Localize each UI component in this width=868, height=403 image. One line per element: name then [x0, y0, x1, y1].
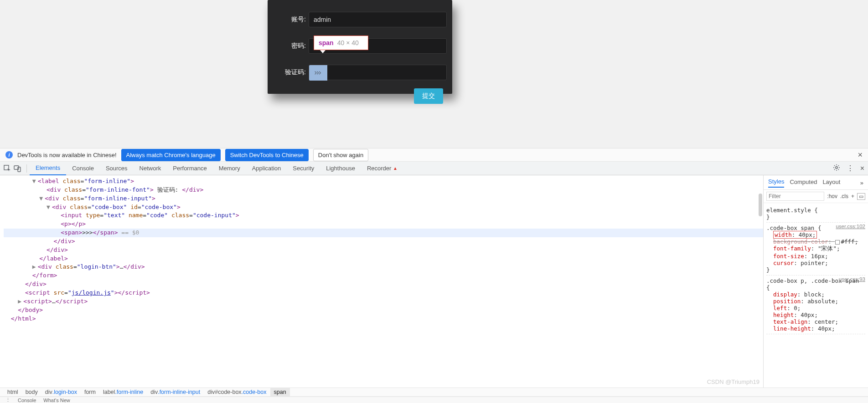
inspect-element-icon[interactable] — [4, 165, 11, 172]
username-input[interactable] — [309, 12, 447, 27]
style-rules[interactable]: element.style { } user.css:102 .code-box… — [764, 203, 868, 336]
styles-tabs-more-icon[interactable]: » — [860, 179, 863, 186]
close-devtools-icon[interactable]: × — [860, 164, 864, 173]
tab-lighthouse[interactable]: Lighthouse — [320, 162, 361, 175]
row-captcha: 验证码: — [273, 65, 447, 80]
info-icon: i — [5, 151, 13, 158]
rule-0[interactable]: user.css:102 .code-box span { width: 40p… — [766, 223, 865, 275]
styles-panel: Styles Computed Layout » :hov .cls + ▭ e… — [763, 175, 868, 388]
chevrons-right-icon — [315, 71, 322, 75]
devtools-info-bar: i DevTools is now available in Chinese! … — [0, 148, 868, 162]
rule-origin[interactable]: user.css:102 — [836, 224, 865, 229]
label-captcha: 验证码: — [273, 68, 309, 77]
hov-toggle[interactable]: :hov — [827, 193, 837, 199]
svg-point-3 — [835, 166, 837, 168]
rule-1[interactable]: user.css:93 .code-box p, .code-box span … — [766, 275, 865, 334]
devtools-tabs: Elements Console Sources Network Perform… — [0, 162, 868, 175]
crumb-span[interactable]: span — [270, 388, 290, 396]
more-vertical-icon[interactable]: ⋮ — [847, 164, 854, 173]
settings-icon[interactable] — [833, 164, 840, 173]
styles-filter-input[interactable] — [766, 192, 824, 201]
tab-performance[interactable]: Performance — [167, 162, 212, 175]
box-model-icon[interactable]: ▭ — [857, 193, 865, 200]
tab-console[interactable]: Console — [66, 162, 100, 175]
tooltip-dimensions: 40 × 40 — [337, 39, 359, 46]
styles-tabs: Styles Computed Layout » — [764, 175, 868, 190]
submit-button[interactable]: 提交 — [414, 88, 443, 104]
elements-panel[interactable]: ▼<label class="form-inline"> <div class=… — [0, 175, 763, 388]
styles-tab-styles[interactable]: Styles — [768, 178, 784, 188]
styles-tab-layout[interactable]: Layout — [822, 179, 840, 187]
devtools-drawer: ⋮ Console What's New — [0, 397, 868, 403]
tab-elements[interactable]: Elements — [30, 162, 66, 175]
tooltip-element-name: span — [319, 39, 334, 46]
tab-recorder[interactable]: Recorder ▲ — [361, 162, 403, 175]
cls-toggle[interactable]: .cls — [840, 193, 848, 199]
drawer-whatsnew[interactable]: What's New — [43, 398, 70, 403]
color-swatch-icon[interactable] — [835, 240, 840, 245]
crumb-form[interactable]: form — [81, 388, 99, 396]
tooltip-caret — [320, 50, 326, 53]
add-rule-icon[interactable]: + — [851, 193, 854, 199]
crumb-html[interactable]: html — [4, 388, 22, 396]
crumb-body[interactable]: body — [22, 388, 41, 396]
styles-tab-computed[interactable]: Computed — [790, 179, 817, 187]
inspector-tooltip: span 40 × 40 — [314, 36, 368, 50]
row-username: 账号: — [273, 12, 447, 27]
dont-show-again-button[interactable]: Don't show again — [313, 149, 368, 161]
tab-security[interactable]: Security — [287, 162, 320, 175]
crumb-inline-input[interactable]: div.form-inline-input — [147, 388, 204, 396]
captcha-code-box[interactable] — [309, 65, 447, 80]
tab-sources[interactable]: Sources — [100, 162, 134, 175]
info-message: DevTools is now available in Chinese! — [17, 152, 117, 158]
tab-application[interactable]: Application — [246, 162, 287, 175]
watermark: CSDN @Triumph19 — [707, 378, 760, 387]
tab-memory[interactable]: Memory — [213, 162, 246, 175]
selected-dom-node[interactable]: <span>>>></span> == $0 — [4, 229, 763, 237]
crumb-codebox[interactable]: div#code-box.code-box — [204, 388, 270, 396]
styles-filter-row: :hov .cls + ▭ — [764, 190, 868, 203]
dom-breadcrumbs[interactable]: html body div.login-box form label.form-… — [0, 388, 868, 397]
devtools-body: ▼<label class="form-inline"> <div class=… — [0, 175, 868, 388]
label-password: 密码: — [273, 42, 309, 50]
close-icon[interactable]: × — [858, 150, 863, 160]
tab-network[interactable]: Network — [134, 162, 167, 175]
device-toolbar-icon[interactable] — [14, 165, 21, 172]
rule-origin[interactable]: user.css:93 — [839, 276, 865, 282]
match-language-button[interactable]: Always match Chrome's language — [121, 149, 221, 161]
captcha-slider[interactable] — [309, 65, 327, 81]
label-username: 账号: — [273, 15, 309, 24]
rendered-page: 账号: 密码: 验证码: 提交 span 40 × 40 — [0, 0, 868, 148]
drawer-console[interactable]: Console — [18, 398, 36, 403]
crumb-loginbox[interactable]: div.login-box — [41, 388, 81, 396]
drawer-kebab-icon[interactable]: ⋮ — [5, 397, 10, 403]
scrollbar[interactable] — [758, 175, 763, 388]
switch-language-button[interactable]: Switch DevTools to Chinese — [225, 149, 309, 161]
rule-element-style[interactable]: element.style { } — [766, 205, 865, 223]
submit-row: 提交 — [273, 88, 447, 104]
crumb-label[interactable]: label.form-inline — [99, 388, 147, 396]
